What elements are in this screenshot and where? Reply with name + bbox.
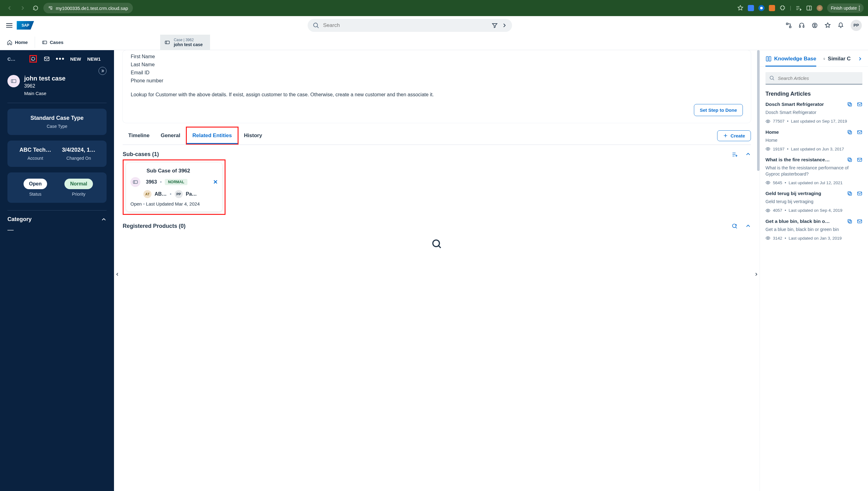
url-text: my1000335.de1.test.crm.cloud.sap (56, 6, 128, 11)
copy-icon[interactable] (847, 219, 852, 224)
svg-rect-9 (800, 25, 801, 27)
kb-article[interactable]: Home Home 19197• Last updated on Jun 3, … (765, 129, 862, 152)
tab-similar-cases[interactable]: Similar C (823, 56, 851, 66)
mail-icon[interactable] (857, 191, 862, 196)
panel-icon[interactable] (806, 5, 812, 11)
headset-icon[interactable] (799, 22, 805, 28)
new-button[interactable]: NEW (70, 56, 81, 62)
chevron-up-icon[interactable] (745, 223, 751, 229)
case-status-card: Open Status Normal Priority (7, 172, 107, 203)
svg-point-19 (433, 240, 439, 247)
extensions-icon[interactable] (779, 5, 786, 11)
scrollbar[interactable] (757, 50, 760, 171)
refresh-button[interactable] (29, 55, 37, 62)
article-updated: Last updated on Sep 17, 2019 (791, 119, 847, 123)
field-label: Phone number (131, 78, 743, 84)
remove-subcase-button[interactable]: ✕ (213, 179, 218, 185)
chevron-right-icon[interactable] (502, 23, 507, 28)
menu-button[interactable] (6, 23, 12, 28)
chevron-up-icon[interactable] (745, 151, 751, 157)
svg-point-36 (767, 210, 768, 211)
global-search[interactable] (308, 19, 512, 32)
address-bar[interactable]: my1000335.de1.test.crm.cloud.sap (44, 3, 133, 13)
create-button[interactable]: Create (717, 130, 751, 141)
extension-icon[interactable] (769, 5, 775, 11)
add-list-icon[interactable] (732, 151, 738, 157)
tab-history[interactable]: History (239, 127, 268, 144)
product-search[interactable] (123, 239, 751, 249)
copy-icon[interactable] (847, 129, 852, 135)
field-label: Last Name (131, 62, 743, 67)
article-desc: Geld terug bij vertraging (765, 199, 862, 205)
article-views: 19197 (773, 147, 785, 151)
eye-icon (765, 146, 771, 151)
set-step-done-button[interactable]: Set Step to Done (694, 104, 743, 116)
case-tab[interactable]: Case | 3962 john test case (160, 35, 210, 50)
case-type-card: Standard Case Type Case Type (7, 109, 107, 135)
copy-icon[interactable] (847, 102, 852, 107)
bookmark-star-icon[interactable] (737, 5, 744, 11)
tab-related-entities[interactable]: Related Entities (187, 127, 237, 144)
extension-icon[interactable] (748, 5, 754, 11)
article-desc: What is the fire resistance performance … (765, 165, 862, 177)
mail-button[interactable] (43, 55, 51, 62)
survey-icon[interactable] (812, 22, 818, 28)
home-crumb[interactable]: Home (0, 35, 35, 50)
mail-icon[interactable] (857, 157, 862, 163)
tab-timeline[interactable]: Timeline (123, 127, 155, 144)
kb-article[interactable]: What is the fire resistance… What is the… (765, 157, 862, 185)
svg-point-24 (767, 121, 768, 122)
svg-rect-34 (848, 192, 851, 195)
case-icon (7, 75, 20, 87)
eye-icon (765, 119, 771, 124)
forward-button[interactable] (17, 3, 28, 13)
filter-icon[interactable] (492, 22, 498, 28)
eye-icon (765, 236, 771, 240)
tab-general[interactable]: General (155, 127, 186, 144)
customer-lookup-card: First Name Last Name Email ID Phone numb… (123, 50, 751, 123)
category-section[interactable]: Category (7, 210, 107, 223)
svg-rect-21 (849, 104, 851, 106)
svg-point-4 (859, 7, 860, 8)
svg-point-20 (770, 76, 774, 80)
extension-icon[interactable] (758, 5, 764, 11)
cases-crumb[interactable]: Cases (35, 35, 70, 50)
search-add-icon[interactable] (732, 223, 738, 229)
svg-rect-39 (858, 220, 862, 223)
subcase-card[interactable]: Sub Case of 3962 3963 • NORMAL ✕ AT AB… … (126, 163, 222, 211)
tabs-overflow-button[interactable] (858, 56, 862, 66)
mail-icon[interactable] (857, 219, 862, 224)
new1-button[interactable]: NEW1 (87, 56, 101, 62)
expand-icon[interactable] (99, 67, 107, 75)
svg-rect-25 (849, 131, 851, 134)
workflow-icon[interactable] (786, 22, 792, 28)
mail-icon[interactable] (857, 129, 862, 135)
kb-article[interactable]: Geld terug bij vertraging Geld terug bij… (765, 191, 862, 213)
reload-button[interactable] (30, 3, 41, 13)
tab-knowledge-base[interactable]: Knowledge Base (765, 56, 816, 66)
bell-icon[interactable] (838, 22, 844, 28)
app-header: SAP PP (0, 16, 868, 35)
profile-avatar-icon[interactable] (817, 5, 823, 11)
more-button[interactable]: ••• (57, 55, 64, 62)
finish-update-button[interactable]: Finish update (827, 3, 864, 13)
favorite-icon[interactable] (824, 22, 831, 28)
assignee-chip: AT (143, 190, 151, 198)
copy-icon[interactable] (847, 157, 852, 163)
svg-point-3 (859, 6, 860, 6)
playlist-icon[interactable] (795, 5, 802, 11)
mail-icon[interactable] (857, 102, 862, 107)
svg-point-12 (814, 24, 816, 25)
user-avatar[interactable]: PP (851, 20, 862, 31)
kb-search-input[interactable] (778, 76, 859, 81)
ticket-icon (131, 177, 140, 187)
copy-icon[interactable] (847, 191, 852, 196)
back-button[interactable] (4, 3, 15, 13)
kb-search[interactable] (765, 72, 862, 85)
search-input[interactable] (323, 22, 488, 28)
kb-article[interactable]: Get a blue bin, black bin o… Get a blue … (765, 219, 862, 241)
svg-rect-27 (858, 130, 862, 134)
svg-rect-33 (849, 193, 851, 195)
kb-article[interactable]: Dosch Smart Refrigerator Dosch Smart Ref… (765, 102, 862, 124)
trending-heading: Trending Articles (765, 91, 862, 97)
